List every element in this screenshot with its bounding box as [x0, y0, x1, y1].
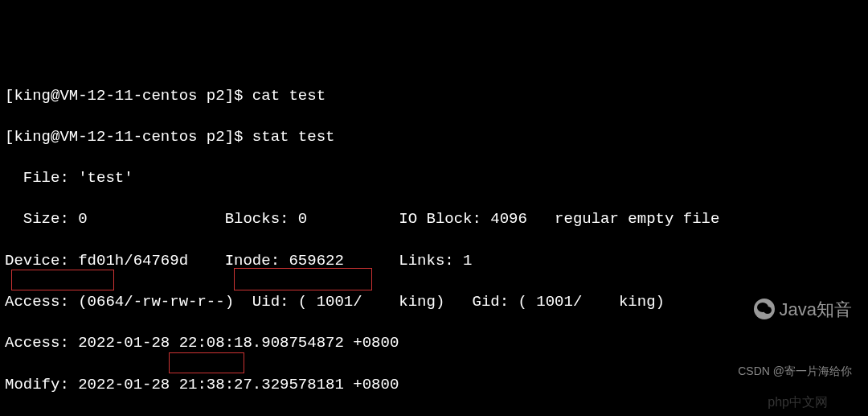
terminal-line: Modify: 2022-01-28 21:38:27.329578181 +0… [5, 375, 863, 396]
terminal-line: [king@VM-12-11-centos p2]$ stat test [5, 127, 863, 148]
terminal-line: Access: (0664/-rw-rw-r--) Uid: ( 1001/ k… [5, 292, 863, 313]
terminal-line: Device: fd01h/64769d Inode: 659622 Links… [5, 251, 863, 272]
terminal-line: Size: 0 Blocks: 0 IO Block: 4096 regular… [5, 209, 863, 230]
highlight-modify-time [169, 352, 244, 373]
terminal-line: [king@VM-12-11-centos p2]$ cat test [5, 86, 863, 107]
highlight-size [11, 270, 114, 290]
terminal-line: Access: 2022-01-28 22:08:18.908754872 +0… [5, 333, 863, 354]
php-watermark: php中文网 [768, 393, 828, 411]
terminal-line: File: 'test' [5, 168, 863, 189]
highlight-blocks [234, 268, 372, 290]
